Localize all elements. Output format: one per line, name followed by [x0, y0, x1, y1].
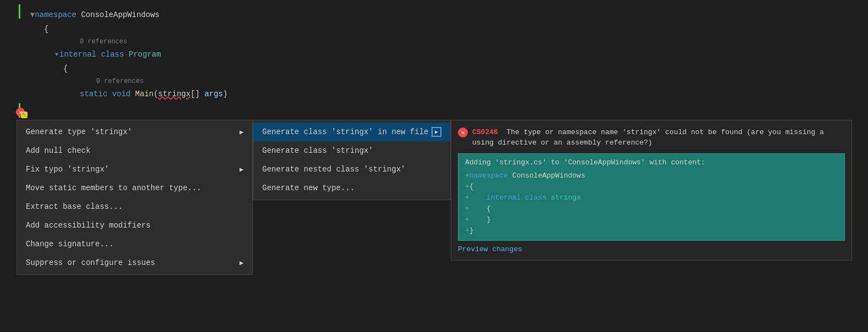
menu-item-add-accessibility[interactable]: Add accessibility modifiers [17, 216, 252, 235]
submenu-item-gen-class-new-file[interactable]: Generate class 'stringx' in new file ▶ [253, 123, 450, 141]
code-line-namespace: ▼ namespace ConsoleAppWindows [0, 8, 868, 22]
submenu-item-label: Generate new type... [262, 184, 355, 192]
wrench-icon: 🔧 [21, 112, 27, 118]
error-description: CS0246 The type or namespace name 'strin… [472, 127, 845, 148]
menu-item-label: Change signature... [26, 240, 114, 248]
submenu-arrow-icon: ▶ [240, 259, 244, 267]
context-menu-level1: Generate type 'stringx' ▶ Add null check… [16, 120, 253, 275]
error-gutter-container[interactable]: ✕ 🔧 [14, 106, 26, 118]
preview-line-1: + namespace ConsoleAppWindows [465, 170, 838, 181]
error-icon: ✕ [458, 128, 468, 137]
menu-item-extract-base[interactable]: Extract base class... [17, 197, 252, 216]
menu-item-label: Add null check [26, 146, 91, 155]
menu-item-label: Suppress or configure issues [26, 258, 155, 267]
code-line-ref1: 0 references [0, 36, 868, 47]
menu-item-change-signature[interactable]: Change signature... [17, 235, 252, 253]
type-stringx: stringx [158, 90, 191, 98]
code-preview-header: Adding 'stringx.cs' to 'ConsoleAppWindow… [465, 158, 838, 167]
submenu-item-gen-class[interactable]: Generate class 'stringx' [253, 141, 450, 160]
code-line-brace1: { [0, 22, 868, 36]
submenu-item-label: Generate class 'stringx' in new file [262, 128, 428, 136]
keyword-static: static [80, 90, 107, 98]
class-name-program: Program [129, 50, 161, 59]
menu-item-fix-typo[interactable]: Fix typo 'stringx' ▶ [17, 160, 252, 179]
menu-item-move-static[interactable]: Move static members to another type... [17, 179, 252, 197]
keyword-class: class [101, 50, 124, 59]
code-line-class: ▼ internal class Program [0, 47, 868, 62]
green-bar-1 [19, 4, 20, 19]
code-line-main: static void Main ( stringx [] args ) [0, 87, 868, 101]
preview-line-5: + } [465, 214, 838, 225]
code-preview-block: Adding 'stringx.cs' to 'ConsoleAppWindow… [458, 153, 845, 241]
code-line-ref2: 0 references [0, 76, 868, 87]
error-gutter-icon: ✕ 🔧 [16, 108, 25, 117]
references-2: 0 references [96, 78, 143, 85]
preview-line-6: + } [465, 225, 838, 236]
code-line-brace2: { [0, 62, 868, 76]
namespace-name: ConsoleAppWindows [76, 10, 159, 19]
menu-item-suppress[interactable]: Suppress or configure issues ▶ [17, 253, 252, 272]
menu-item-generate-type[interactable]: Generate type 'stringx' ▶ [17, 123, 252, 141]
menu-item-label: Fix typo 'stringx' [26, 165, 109, 174]
context-submenu-level2: Generate class 'stringx' in new file ▶ G… [253, 120, 451, 200]
error-message-text: The type or namespace name 'stringx' cou… [472, 128, 824, 147]
submenu-arrow-icon: ▶ [240, 165, 244, 174]
preview-line-3: + internal class stringx [465, 192, 838, 203]
submenu-arrow-icon: ▶ [240, 128, 244, 136]
submenu-item-gen-new-type[interactable]: Generate new type... [253, 179, 450, 197]
code-editor: ▼ namespace ConsoleAppWindows { 0 refere… [0, 0, 868, 126]
method-name-main: Main [135, 90, 154, 98]
keyword-void: void [112, 90, 131, 98]
preview-line-4: + { [465, 203, 838, 214]
menu-item-add-null-check[interactable]: Add null check [17, 141, 252, 160]
param-args: args [200, 90, 223, 98]
menu-item-label: Add accessibility modifiers [26, 221, 151, 230]
submenu-item-gen-nested-class[interactable]: Generate nested class 'stringx' [253, 160, 450, 179]
preview-changes-link[interactable]: Preview changes [458, 245, 845, 253]
menu-item-label: Generate type 'stringx' [26, 128, 132, 136]
info-panel-header: ✕ CS0246 The type or namespace name 'str… [458, 127, 845, 148]
info-panel: ✕ CS0246 The type or namespace name 'str… [451, 120, 852, 261]
keyword-internal: internal [59, 50, 96, 59]
menu-item-label: Move static members to another type... [26, 184, 201, 192]
collapse-arrow-2: ▼ [55, 52, 58, 58]
collapse-arrow: ▼ [30, 10, 35, 19]
menu-item-label: Extract base class... [26, 202, 123, 211]
submenu-arrow-box-icon: ▶ [432, 127, 441, 137]
preview-line-2: + { [465, 181, 838, 192]
error-code-badge: CS0246 [472, 128, 498, 136]
keyword-namespace: namespace [35, 10, 76, 19]
submenu-item-label: Generate class 'stringx' [262, 146, 373, 155]
submenu-item-label: Generate nested class 'stringx' [262, 165, 405, 174]
references-1: 0 references [80, 38, 127, 46]
